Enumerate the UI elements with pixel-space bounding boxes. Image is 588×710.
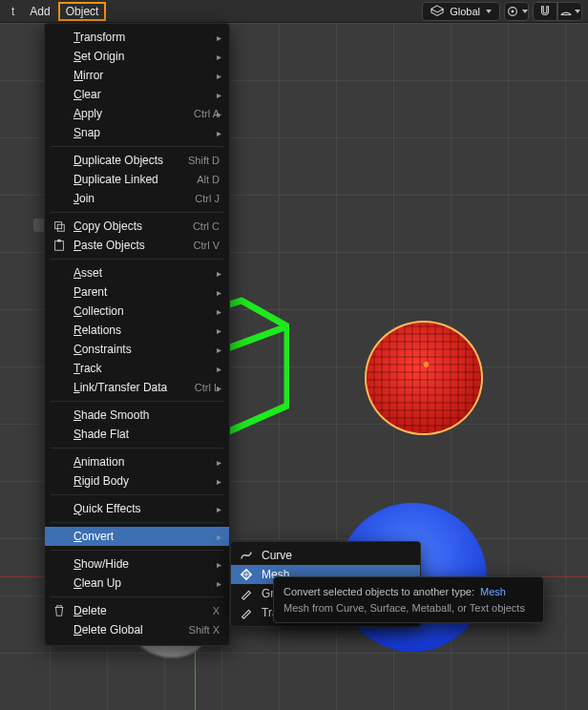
menu-add[interactable]: Add: [22, 2, 57, 21]
menu-item-shortcut: Alt D: [197, 174, 220, 185]
menu-item-rigid-body[interactable]: Rigid Body▸: [45, 471, 229, 491]
menu-item-copy-objects[interactable]: Copy ObjectsCtrl C: [45, 217, 229, 236]
orientation-dropdown[interactable]: Global: [422, 2, 500, 21]
submenu-item-label: Curve: [262, 549, 292, 562]
menu-item-collection[interactable]: Collection▸: [45, 302, 229, 321]
orientation-icon: [430, 5, 444, 18]
submenu-arrow-icon: ▸: [217, 128, 221, 138]
menu-item-duplicate-objects[interactable]: Duplicate ObjectsShift D: [45, 151, 229, 170]
menu-item-clear[interactable]: Clear▸: [45, 85, 229, 104]
trash-icon: [52, 604, 66, 617]
object-voxel-sphere[interactable]: [366, 322, 482, 434]
mesh-icon: [239, 567, 254, 582]
menu-item-label: Duplicate Objects: [74, 154, 188, 167]
menu-separator: [51, 146, 223, 147]
pivot-dropdown[interactable]: [504, 2, 529, 21]
magnet-icon: [538, 5, 552, 18]
submenu-arrow-icon: ▸: [217, 325, 221, 336]
menu-item-transform[interactable]: Transform▸: [45, 28, 229, 47]
menu-item-label: Constraints: [74, 343, 220, 356]
submenu-arrow-icon: ▸: [217, 109, 221, 119]
menu-item-link-transfer-data[interactable]: Link/Transfer DataCtrl L▸: [45, 378, 229, 397]
menu-item-label: Snap: [74, 126, 220, 139]
menu-item-paste-objects[interactable]: Paste ObjectsCtrl V: [45, 236, 229, 255]
tooltip-subtext: Mesh from Curve, Surface, Metaball, or T…: [284, 600, 534, 616]
snap-mode[interactable]: [557, 2, 582, 21]
arc-icon: [559, 5, 573, 18]
menu-item-duplicate-linked[interactable]: Duplicate LinkedAlt D: [45, 170, 229, 189]
menu-item-clean-up[interactable]: Clean Up▸: [45, 574, 229, 593]
copy-icon: [52, 219, 66, 233]
submenu-arrow-icon: ▸: [217, 90, 221, 100]
menu-item-set-origin[interactable]: Set Origin▸: [45, 47, 229, 66]
menu-item-shortcut: Ctrl A: [194, 108, 220, 119]
svg-rect-4: [55, 241, 64, 251]
svg-rect-5: [57, 240, 61, 242]
menu-separator: [51, 401, 223, 402]
menu-item-mirror[interactable]: Mirror▸: [45, 66, 229, 85]
submenu-arrow-icon: ▸: [217, 71, 221, 81]
menu-item-shade-smooth[interactable]: Shade Smooth: [45, 406, 229, 425]
menu-item-animation[interactable]: Animation▸: [45, 452, 229, 471]
menu-item-label: Paste Objects: [74, 239, 194, 252]
chevron-down-icon: [575, 10, 580, 13]
menu-object[interactable]: Object: [58, 2, 107, 21]
menu-item-label: Delete Global: [74, 623, 189, 637]
gpencil-icon: [239, 586, 254, 601]
menu-item-label: Track: [74, 362, 220, 375]
menu-item-track[interactable]: Track▸: [45, 359, 229, 378]
menu-item-shortcut: Shift X: [189, 624, 220, 636]
submenu-arrow-icon: ▸: [217, 559, 221, 570]
menu-item-convert[interactable]: Convert▸: [45, 527, 229, 546]
menu-item-apply[interactable]: ApplyCtrl A▸: [45, 104, 229, 123]
menu-item-label: Apply: [74, 107, 194, 120]
menu-item-constraints[interactable]: Constraints▸: [45, 340, 229, 359]
curve-icon: [239, 548, 254, 563]
submenu-arrow-icon: ▸: [217, 383, 221, 393]
menu-item-delete[interactable]: DeleteX: [45, 601, 229, 620]
menu-item-shortcut: Ctrl V: [194, 240, 220, 251]
submenu-arrow-icon: ▸: [217, 504, 221, 514]
menu-item-show-hide[interactable]: Show/Hide▸: [45, 554, 229, 574]
menu-item-label: Parent: [74, 285, 220, 299]
snap-toggle[interactable]: [533, 2, 557, 21]
svg-rect-3: [57, 224, 64, 231]
menu-item-shortcut: X: [213, 605, 220, 616]
menu-item-join[interactable]: JoinCtrl J: [45, 189, 229, 208]
menu-item-relations[interactable]: Relations▸: [45, 321, 229, 340]
menu-item-label: Shade Flat: [74, 428, 220, 441]
menu-item-delete-global[interactable]: Delete GlobalShift X: [45, 620, 229, 639]
submenu-arrow-icon: ▸: [217, 268, 221, 279]
svg-point-1: [511, 10, 514, 12]
menu-item-label: Quick Effects: [74, 502, 220, 515]
menu-item-label: Set Origin: [74, 50, 220, 63]
menu-item-label: Relations: [74, 324, 220, 337]
menu-separator: [51, 448, 223, 449]
tooltip: Convert selected objects to another type…: [273, 576, 544, 623]
submenu-arrow-icon: ▸: [217, 52, 221, 62]
submenu-arrow-icon: ▸: [217, 457, 221, 468]
menu-item-label: Shade Smooth: [74, 408, 220, 422]
menu-item-snap[interactable]: Snap▸: [45, 123, 229, 142]
menu-item-shade-flat[interactable]: Shade Flat: [45, 425, 229, 444]
menu-item-label: Clear: [74, 88, 220, 101]
menu-item-label: Rigid Body: [74, 474, 220, 488]
menu-item-parent[interactable]: Parent▸: [45, 282, 229, 302]
tooltip-text: Convert selected objects to another type…: [284, 586, 474, 597]
chevron-down-icon: [522, 10, 528, 13]
menu-item-shortcut: Ctrl C: [193, 220, 220, 232]
tooltip-link: Mesh: [480, 586, 506, 597]
menu-select[interactable]: t: [4, 2, 22, 21]
submenu-item-curve[interactable]: Curve: [231, 546, 420, 565]
menu-item-label: Duplicate Linked: [74, 173, 197, 186]
submenu-arrow-icon: ▸: [217, 306, 221, 317]
menu-separator: [51, 550, 223, 551]
menu-item-label: Animation: [74, 455, 220, 469]
menu-item-label: Collection: [74, 304, 220, 318]
submenu-arrow-icon: ▸: [217, 476, 221, 487]
svg-rect-2: [55, 222, 62, 229]
viewport-header: t Add Object Global: [0, 0, 588, 23]
menu-item-quick-effects[interactable]: Quick Effects▸: [45, 499, 229, 518]
menu-item-asset[interactable]: Asset▸: [45, 263, 229, 282]
menu-item-label: Transform: [74, 31, 220, 44]
